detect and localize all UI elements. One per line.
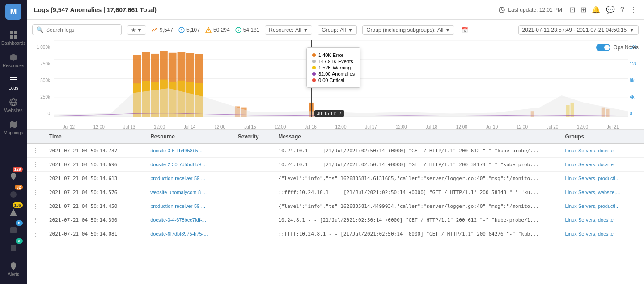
row-groups-4[interactable]: Linux Servers, producti...: [560, 199, 644, 213]
log-table-container[interactable]: Time Resource Severity Message Groups ⋮ …: [27, 130, 644, 284]
row-resource-3[interactable]: website-unomalycom-8-...: [145, 185, 232, 199]
info-count: 54,181: [243, 27, 260, 33]
columns-icon[interactable]: ⊞: [580, 5, 586, 14]
groups-link-6[interactable]: Linux Servers, docsite: [565, 231, 614, 237]
table-row[interactable]: ⋮ 2021-07-21 04:50:14.450 production-rec…: [27, 199, 644, 213]
tooltip-dot-events: [312, 60, 316, 63]
x-label-10: Jul 17: [356, 125, 386, 129]
table-header-row: Time Resource Severity Message Groups: [27, 130, 644, 144]
row-menu-6[interactable]: ⋮: [27, 227, 44, 241]
resource-link-4[interactable]: production-receiver-59-...: [150, 203, 205, 209]
group-value: All: [340, 27, 346, 33]
resource-filter[interactable]: Resource: All ▼: [265, 25, 312, 35]
row-resource-2[interactable]: production-receiver-59-...: [145, 172, 232, 185]
app-logo[interactable]: M: [5, 4, 21, 20]
svg-point-17: [181, 30, 182, 31]
groups-link-0[interactable]: Linux Servers, docsite: [565, 148, 614, 153]
sidebar-item-alerts[interactable]: Alerts: [6, 258, 21, 280]
row-resource-6[interactable]: docsite-6f7dbf8975-h75-...: [145, 227, 232, 241]
calendar-icon[interactable]: 📅: [462, 27, 468, 33]
table-row[interactable]: ⋮ 2021-07-21 04:50:14.390 docsite-3-4-67…: [27, 213, 644, 227]
tooltip-dot-warning: [312, 66, 316, 69]
save-icon[interactable]: ⊡: [569, 5, 575, 14]
table-row[interactable]: ⋮ 2021-07-21 04:50:14.613 production-rec…: [27, 172, 644, 185]
row-groups-3[interactable]: Linux Servers, website,...: [560, 185, 644, 199]
y-right-label-2: 8k: [630, 78, 635, 83]
row-menu-5[interactable]: ⋮: [27, 213, 44, 227]
tooltip-row-events: 147.91K Events: [312, 59, 355, 64]
groups-link-3[interactable]: Linux Servers, website,...: [565, 189, 620, 195]
x-label-17: 12:00: [568, 125, 598, 129]
row-menu-2[interactable]: ⋮: [27, 172, 44, 185]
table-row[interactable]: ⋮ 2021-07-21 04:50:14.081 docsite-6f7dbf…: [27, 227, 644, 241]
resource-link-3[interactable]: website-unomalycom-8-...: [150, 189, 207, 195]
groups-link-5[interactable]: Linux Servers, docsite: [565, 217, 614, 223]
comment-icon[interactable]: 💬: [606, 5, 615, 14]
resource-link-0[interactable]: docsite-3-5-ffb4958b5-...: [150, 148, 204, 153]
row-groups-2[interactable]: Linux Servers, producti...: [560, 172, 644, 185]
tooltip-row-error: 1.40K Error: [312, 52, 355, 58]
tooltip-anomalies-label: 32.00 Anomalies: [318, 71, 355, 77]
sidebar-item-mappings[interactable]: Mappings: [0, 116, 27, 139]
sidebar-label-alerts: Alerts: [8, 272, 19, 277]
bell-icon[interactable]: 🔔: [592, 5, 601, 14]
table-row[interactable]: ⋮ 2021-07-21 04:50:14.576 website-unomal…: [27, 185, 644, 199]
group-sub-filter[interactable]: Group (including subgroups): All ▼: [362, 25, 454, 35]
resource-link-5[interactable]: docsite-3-4-678bcc7fdf-...: [150, 217, 206, 223]
groups-link-2[interactable]: Linux Servers, producti...: [565, 176, 620, 181]
row-severity-3: [233, 185, 273, 199]
row-groups-0[interactable]: Linux Servers, docsite: [560, 144, 644, 158]
row-resource-5[interactable]: docsite-3-4-678bcc7fdf-...: [145, 213, 232, 227]
x-label-13: 12:00: [447, 125, 477, 129]
anomaly-count: 9,547: [160, 27, 173, 33]
y-label-4: 0: [47, 111, 50, 116]
row-menu-1[interactable]: ⋮: [27, 158, 44, 172]
row-resource-1[interactable]: docsite-2-30-7d55d8b9-...: [145, 158, 232, 172]
x-label-11: 12:00: [386, 125, 416, 129]
date-range-picker[interactable]: 2021-07-11 23:57:49 - 2021-07-21 04:50:1…: [518, 25, 639, 35]
badge-count-yellow: 186: [13, 202, 23, 208]
sidebar-item-dashboards[interactable]: Dashboards: [0, 27, 27, 49]
sidebar-badge-blue[interactable]: 0: [6, 222, 21, 238]
groups-link-4[interactable]: Linux Servers, producti...: [565, 203, 620, 209]
resource-link-6[interactable]: docsite-6f7dbf8975-h75-...: [150, 231, 208, 237]
resource-link-2[interactable]: production-receiver-59-...: [150, 176, 205, 181]
table-row[interactable]: ⋮ 2021-07-21 04:50:14.737 docsite-3-5-ff…: [27, 144, 644, 158]
row-menu-4[interactable]: ⋮: [27, 199, 44, 213]
row-groups-5[interactable]: Linux Servers, docsite: [560, 213, 644, 227]
header: Logs (9,547 Anomalies | 17,607,661 Total…: [27, 0, 644, 20]
col-severity: Severity: [233, 130, 273, 144]
row-groups-6[interactable]: Linux Servers, docsite: [560, 227, 644, 241]
group-filter[interactable]: Group: All ▼: [318, 25, 357, 35]
sidebar-item-websites[interactable]: Websites: [0, 94, 27, 116]
tooltip-critical-label: 0.00 Critical: [318, 77, 344, 83]
favorite-button[interactable]: ★ ▼: [127, 25, 146, 35]
chart-inner: 1 000k 750k 500k 250k 0: [27, 40, 644, 129]
groups-link-1[interactable]: Linux Servers, docsite: [565, 162, 614, 167]
search-input[interactable]: [46, 27, 100, 33]
help-icon[interactable]: ?: [620, 6, 624, 14]
sidebar-item-logs[interactable]: Logs: [0, 72, 27, 94]
row-groups-1[interactable]: Linux Servers, docsite: [560, 158, 644, 172]
resource-link-1[interactable]: docsite-2-30-7d55d8b9-...: [150, 162, 207, 167]
sidebar-item-resources[interactable]: Resources: [0, 49, 27, 72]
badge-count-teal: 3: [16, 238, 23, 244]
sidebar-badge-yellow[interactable]: 186: [6, 204, 21, 220]
group-sub-value: All: [437, 27, 443, 33]
row-message-1: 10.24.10.1 - - [21/Jul/2021:02:50:14 +00…: [273, 158, 559, 172]
search-box[interactable]: 🔍: [32, 24, 122, 35]
svg-rect-6: [10, 82, 17, 82]
row-resource-0[interactable]: docsite-3-5-ffb4958b5-...: [145, 144, 232, 158]
row-resource-4[interactable]: production-receiver-59-...: [145, 199, 232, 213]
table-row[interactable]: ⋮ 2021-07-21 04:50:14.696 docsite-2-30-7…: [27, 158, 644, 172]
sidebar-badge-orange[interactable]: 32: [6, 186, 21, 202]
row-menu-3[interactable]: ⋮: [27, 185, 44, 199]
group-label: Group:: [322, 27, 338, 33]
x-label-4: Jul 14: [174, 125, 205, 129]
row-menu-0[interactable]: ⋮: [27, 144, 44, 158]
log-table: Time Resource Severity Message Groups ⋮ …: [27, 130, 644, 241]
more-icon[interactable]: ⋮: [630, 5, 637, 14]
svg-rect-4: [10, 77, 17, 78]
sidebar-badge-teal[interactable]: 3: [6, 240, 21, 256]
sidebar-item-alerts-red[interactable]: 129: [6, 168, 21, 185]
